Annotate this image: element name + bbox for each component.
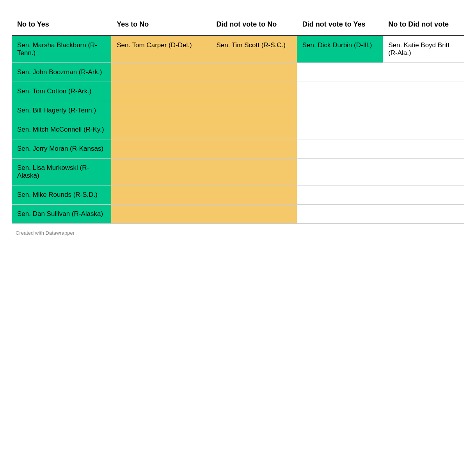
header-row: No to Yes Yes to No Did not vote to No D… xyxy=(12,16,464,36)
table-row: Sen. Mitch McConnell (R-Ky.) xyxy=(12,120,464,139)
cell-row5-col5 xyxy=(383,139,464,159)
cell-row3-col5 xyxy=(383,101,464,120)
cell-row4-col5 xyxy=(383,120,464,139)
cell-row4-col3 xyxy=(211,120,297,139)
cell-row7-col5 xyxy=(383,185,464,205)
cell-row8-col3 xyxy=(211,205,297,224)
table-row: Sen. Marsha Blackburn (R-Tenn.)Sen. Tom … xyxy=(12,36,464,63)
cell-row7-col3 xyxy=(211,185,297,205)
cell-row1-col1: Sen. John Boozman (R-Ark.) xyxy=(12,63,111,82)
cell-row4-col1: Sen. Mitch McConnell (R-Ky.) xyxy=(12,120,111,139)
cell-row2-col3 xyxy=(211,82,297,101)
cell-row1-col5 xyxy=(383,63,464,82)
table-container: No to Yes Yes to No Did not vote to No D… xyxy=(8,8,468,251)
table-body: Sen. Marsha Blackburn (R-Tenn.)Sen. Tom … xyxy=(12,36,464,224)
header-col4: Did not vote to Yes xyxy=(297,16,383,36)
table-row: Sen. John Boozman (R-Ark.) xyxy=(12,63,464,82)
cell-row6-col2 xyxy=(111,159,211,185)
table-row: Sen. Dan Sullivan (R-Alaska) xyxy=(12,205,464,224)
cell-row5-col2 xyxy=(111,139,211,159)
cell-row6-col3 xyxy=(211,159,297,185)
table-row: Sen. Bill Hagerty (R-Tenn.) xyxy=(12,101,464,120)
cell-row5-col1: Sen. Jerry Moran (R-Kansas) xyxy=(12,139,111,159)
cell-row3-col2 xyxy=(111,101,211,120)
cell-row8-col5 xyxy=(383,205,464,224)
cell-row2-col5 xyxy=(383,82,464,101)
header-col3: Did not vote to No xyxy=(211,16,297,36)
cell-row0-col1: Sen. Marsha Blackburn (R-Tenn.) xyxy=(12,36,111,63)
header-col2: Yes to No xyxy=(111,16,211,36)
cell-row3-col4 xyxy=(297,101,383,120)
cell-row8-col4 xyxy=(297,205,383,224)
cell-row1-col3 xyxy=(211,63,297,82)
cell-row2-col4 xyxy=(297,82,383,101)
table-row: Sen. Lisa Murkowski (R-Alaska) xyxy=(12,159,464,185)
cell-row2-col1: Sen. Tom Cotton (R-Ark.) xyxy=(12,82,111,101)
table-row: Sen. Mike Rounds (R-S.D.) xyxy=(12,185,464,205)
cell-row0-col2: Sen. Tom Carper (D-Del.) xyxy=(111,36,211,63)
cell-row6-col1: Sen. Lisa Murkowski (R-Alaska) xyxy=(12,159,111,185)
table-row: Sen. Tom Cotton (R-Ark.) xyxy=(12,82,464,101)
cell-row1-col2 xyxy=(111,63,211,82)
cell-row3-col3 xyxy=(211,101,297,120)
footer-credit: Created with Datawrapper xyxy=(12,230,464,236)
header-col1: No to Yes xyxy=(12,16,111,36)
cell-row0-col3: Sen. Tim Scott (R-S.C.) xyxy=(211,36,297,63)
cell-row7-col2 xyxy=(111,185,211,205)
cell-row7-col1: Sen. Mike Rounds (R-S.D.) xyxy=(12,185,111,205)
cell-row5-col4 xyxy=(297,139,383,159)
cell-row2-col2 xyxy=(111,82,211,101)
cell-row8-col2 xyxy=(111,205,211,224)
header-col5: No to Did not vote xyxy=(383,16,464,36)
cell-row5-col3 xyxy=(211,139,297,159)
cell-row8-col1: Sen. Dan Sullivan (R-Alaska) xyxy=(12,205,111,224)
cell-row4-col4 xyxy=(297,120,383,139)
table-row: Sen. Jerry Moran (R-Kansas) xyxy=(12,139,464,159)
cell-row6-col4 xyxy=(297,159,383,185)
cell-row0-col4: Sen. Dick Durbin (D-Ill.) xyxy=(297,36,383,63)
cell-row7-col4 xyxy=(297,185,383,205)
cell-row4-col2 xyxy=(111,120,211,139)
cell-row3-col1: Sen. Bill Hagerty (R-Tenn.) xyxy=(12,101,111,120)
cell-row6-col5 xyxy=(383,159,464,185)
cell-row0-col5: Sen. Katie Boyd Britt (R-Ala.) xyxy=(383,36,464,63)
vote-change-table: No to Yes Yes to No Did not vote to No D… xyxy=(12,16,464,224)
cell-row1-col4 xyxy=(297,63,383,82)
